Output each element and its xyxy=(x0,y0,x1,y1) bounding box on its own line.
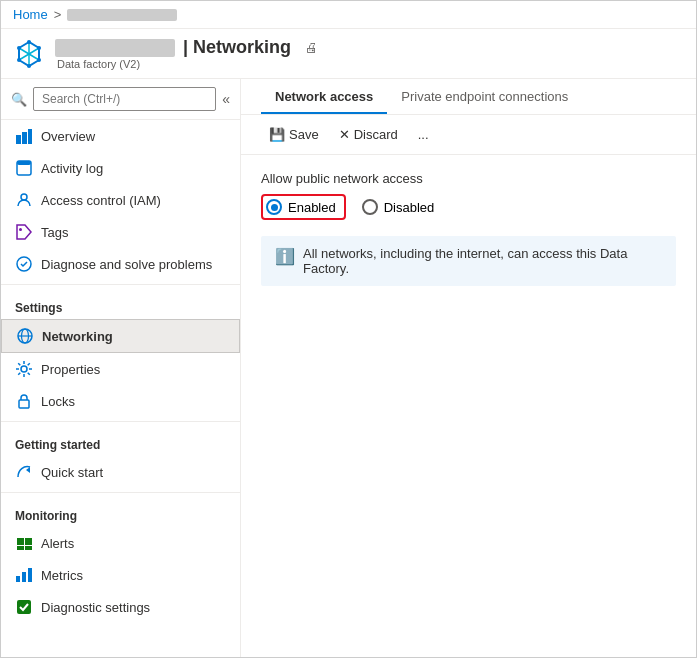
tag-icon xyxy=(15,223,33,241)
sidebar-item-diagnostic[interactable]: Diagnostic settings xyxy=(1,591,240,623)
getting-started-section-label: Getting started xyxy=(1,426,240,456)
network-access-radio-group: Enabled Disabled xyxy=(261,194,676,220)
enabled-option[interactable]: Enabled xyxy=(261,194,346,220)
svg-rect-23 xyxy=(25,546,32,550)
quickstart-icon xyxy=(15,463,33,481)
info-box: ℹ️ All networks, including the internet,… xyxy=(261,236,676,286)
header-name-blur xyxy=(55,39,175,57)
svg-rect-24 xyxy=(16,576,20,582)
alerts-icon xyxy=(15,534,33,552)
svg-point-2 xyxy=(27,64,31,68)
tab-bar: Network access Private endpoint connecti… xyxy=(241,79,696,115)
breadcrumb-home[interactable]: Home xyxy=(13,7,48,22)
info-text: All networks, including the internet, ca… xyxy=(303,246,662,276)
sidebar-item-properties[interactable]: Properties xyxy=(1,353,240,385)
quickstart-label: Quick start xyxy=(41,465,103,480)
info-icon: ℹ️ xyxy=(275,247,295,266)
svg-point-4 xyxy=(37,46,41,50)
svg-point-5 xyxy=(17,58,21,62)
locks-label: Locks xyxy=(41,394,75,409)
save-label: Save xyxy=(289,127,319,142)
diagnose-icon xyxy=(15,255,33,273)
disabled-label: Disabled xyxy=(384,200,435,215)
activity-log-label: Activity log xyxy=(41,161,103,176)
diagnose-label: Diagnose and solve problems xyxy=(41,257,212,272)
sidebar-item-locks[interactable]: Locks xyxy=(1,385,240,417)
allow-public-label: Allow public network access xyxy=(261,171,676,186)
page-header: | Networking 🖨 Data factory (V2) xyxy=(1,29,696,79)
sidebar-item-overview[interactable]: Overview xyxy=(1,120,240,152)
iam-label: Access control (IAM) xyxy=(41,193,161,208)
toolbar: 💾 Save ✕ Discard ... xyxy=(241,115,696,155)
networking-icon xyxy=(16,327,34,345)
iam-icon xyxy=(15,191,33,209)
sidebar-item-quickstart[interactable]: Quick start xyxy=(1,456,240,488)
svg-rect-26 xyxy=(28,568,32,582)
search-bar: 🔍 « xyxy=(1,79,240,120)
networking-label: Networking xyxy=(42,329,113,344)
properties-icon xyxy=(15,360,33,378)
tab-private-endpoint[interactable]: Private endpoint connections xyxy=(387,79,582,114)
sidebar-item-access-control[interactable]: Access control (IAM) xyxy=(1,184,240,216)
sidebar-item-activity-log[interactable]: Activity log xyxy=(1,152,240,184)
disabled-radio[interactable] xyxy=(362,199,378,215)
breadcrumb: Home > xyxy=(1,1,696,29)
svg-rect-9 xyxy=(28,129,32,144)
svg-rect-19 xyxy=(19,400,29,408)
overview-icon xyxy=(15,127,33,145)
tags-label: Tags xyxy=(41,225,68,240)
sidebar-item-alerts[interactable]: Alerts xyxy=(1,527,240,559)
diagnostic-label: Diagnostic settings xyxy=(41,600,150,615)
svg-rect-27 xyxy=(17,600,31,614)
sidebar-item-diagnose[interactable]: Diagnose and solve problems xyxy=(1,248,240,280)
metrics-icon xyxy=(15,566,33,584)
more-button[interactable]: ... xyxy=(410,123,437,146)
svg-point-1 xyxy=(27,40,31,44)
save-button[interactable]: 💾 Save xyxy=(261,123,327,146)
svg-point-12 xyxy=(21,194,27,200)
page-subtitle: Data factory (V2) xyxy=(57,58,318,70)
svg-rect-7 xyxy=(16,135,21,144)
more-label: ... xyxy=(418,127,429,142)
breadcrumb-blur xyxy=(67,9,177,21)
svg-rect-22 xyxy=(17,546,24,550)
metrics-label: Metrics xyxy=(41,568,83,583)
search-input[interactable] xyxy=(33,87,216,111)
activity-icon xyxy=(15,159,33,177)
breadcrumb-sep: > xyxy=(54,7,62,22)
search-icon: 🔍 xyxy=(11,92,27,107)
sidebar-item-metrics[interactable]: Metrics xyxy=(1,559,240,591)
discard-button[interactable]: ✕ Discard xyxy=(331,123,406,146)
overview-label: Overview xyxy=(41,129,95,144)
discard-label: Discard xyxy=(354,127,398,142)
content-area: Network access Private endpoint connecti… xyxy=(241,79,696,657)
sidebar-item-networking[interactable]: Networking xyxy=(1,319,240,353)
page-title: | Networking xyxy=(183,37,291,58)
collapse-icon[interactable]: « xyxy=(222,91,230,107)
monitoring-section-label: Monitoring xyxy=(1,497,240,527)
svg-rect-21 xyxy=(25,538,32,545)
disabled-option[interactable]: Disabled xyxy=(362,199,435,215)
enabled-radio[interactable] xyxy=(266,199,282,215)
svg-rect-8 xyxy=(22,132,27,144)
enabled-label: Enabled xyxy=(288,200,336,215)
svg-point-18 xyxy=(21,366,27,372)
save-icon: 💾 xyxy=(269,127,285,142)
svg-point-13 xyxy=(19,228,22,231)
settings-section-label: Settings xyxy=(1,289,240,319)
data-factory-icon xyxy=(13,38,45,70)
discard-icon: ✕ xyxy=(339,127,350,142)
form-area: Allow public network access Enabled Disa… xyxy=(241,155,696,302)
diagnostic-icon xyxy=(15,598,33,616)
sidebar-item-tags[interactable]: Tags xyxy=(1,216,240,248)
alerts-label: Alerts xyxy=(41,536,74,551)
locks-icon xyxy=(15,392,33,410)
print-icon[interactable]: 🖨 xyxy=(305,40,318,55)
tab-network-access[interactable]: Network access xyxy=(261,79,387,114)
svg-rect-20 xyxy=(17,538,24,545)
svg-point-3 xyxy=(17,46,21,50)
svg-rect-11 xyxy=(17,161,31,165)
properties-label: Properties xyxy=(41,362,100,377)
sidebar: 🔍 « Overview Activity log xyxy=(1,79,241,657)
svg-point-6 xyxy=(37,58,41,62)
